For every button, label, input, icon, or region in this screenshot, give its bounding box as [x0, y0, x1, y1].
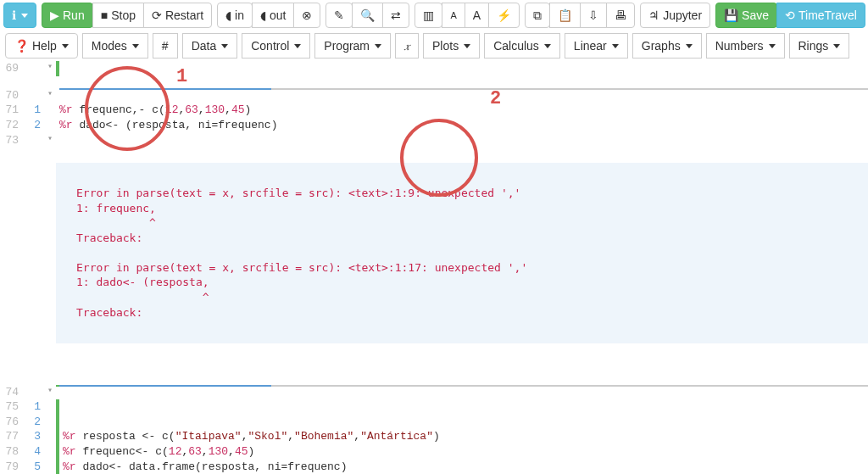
annotation-2: 2 — [490, 86, 501, 112]
swap-button[interactable]: ⇄ — [382, 3, 409, 28]
smallfont-button[interactable]: A — [442, 3, 465, 28]
jupyter-button[interactable]: ♃ Jupyter — [640, 3, 710, 28]
hash-button[interactable]: # — [153, 33, 178, 59]
error-line: Error in parse(text = x, srcfile = src):… — [76, 261, 527, 274]
graphs-menu[interactable]: Graphs — [632, 33, 702, 59]
out-label: out — [270, 8, 286, 23]
clear-button[interactable]: ⊗ — [293, 3, 320, 28]
copy-button[interactable]: ⧉ — [525, 3, 550, 28]
stop-label: Stop — [111, 8, 136, 23]
toggle-out-button[interactable]: ◖ out — [252, 3, 294, 28]
numbers-menu[interactable]: Numbers — [706, 33, 785, 59]
swap-icon: ⇄ — [391, 8, 401, 23]
info-dropdown[interactable]: ℹ — [3, 3, 36, 28]
gutter-line: 74 — [0, 385, 24, 400]
control-menu[interactable]: Control — [242, 33, 310, 59]
modes-label: Modes — [92, 38, 127, 53]
error-output: Error in parse(text = x, srcfile = src):… — [56, 163, 868, 343]
plots-menu[interactable]: Plots — [423, 33, 480, 59]
paste-button[interactable]: 📋 — [549, 3, 581, 28]
fold-toggle[interactable]: ▾ — [44, 88, 56, 100]
run-button[interactable]: ▶ Run — [42, 3, 93, 28]
editor-area[interactable]: 1 2 69 ▾ 70 ▾ 71 1 %r frequenc,- c(12,63… — [0, 61, 868, 474]
calculus-label: Calculus — [493, 38, 539, 53]
panel-icon: ▥ — [423, 8, 434, 23]
fold-toggle[interactable]: ▾ — [44, 61, 56, 73]
restart-button[interactable]: ⟳ Restart — [143, 3, 212, 28]
data-label: Data — [192, 38, 217, 53]
gutter-subline: 1 — [24, 103, 44, 118]
timetravel-label: TimeTravel — [798, 8, 857, 23]
stop-icon: ■ — [101, 8, 108, 23]
error-line: Traceback: — [76, 306, 142, 319]
gutter-line: 79 — [0, 460, 24, 475]
save-button[interactable]: 💾Save — [715, 3, 777, 28]
data-menu[interactable]: Data — [182, 33, 238, 59]
print-button[interactable]: 🖶 — [606, 3, 635, 28]
font-large-icon: A — [473, 8, 481, 23]
fold-toggle[interactable]: ▾ — [44, 133, 56, 145]
linear-label: Linear — [574, 38, 607, 53]
gutter-line: 76 — [0, 415, 24, 430]
annotation-circle-2 — [400, 119, 478, 197]
xvar-label: 𝑥 — [404, 38, 409, 53]
program-menu[interactable]: Program — [314, 33, 391, 59]
toggle-on-icon: ◖ — [260, 8, 266, 23]
wand-button[interactable]: ✎ — [326, 3, 353, 28]
font-small-icon: A — [450, 9, 456, 21]
modes-menu[interactable]: Modes — [82, 33, 148, 59]
wand-icon: ✎ — [334, 8, 344, 23]
code-line[interactable]: %r dado<- data.frame(resposta, ni=freque… — [56, 460, 868, 475]
gutter-line: 73 — [0, 133, 24, 148]
gutter-subline: 2 — [24, 118, 44, 133]
copy-icon: ⧉ — [533, 8, 542, 23]
main-toolbar: ℹ ▶ Run ■ Stop ⟳ Restart ◖ in ◖ out ⊗ ✎ … — [0, 0, 868, 31]
help-icon: ❓ — [14, 38, 29, 53]
save-label: Save — [742, 8, 769, 23]
restart-label: Restart — [165, 8, 203, 23]
code-line[interactable]: %r frequenc<- c(12,63,130,45) — [56, 444, 868, 460]
stop-button[interactable]: ■ Stop — [92, 3, 144, 28]
code-line[interactable]: %r resposta <- c("Itaipava","Skol","Bohe… — [56, 429, 868, 444]
in-label: in — [235, 8, 244, 23]
annotation-1: 1 — [176, 64, 187, 90]
program-label: Program — [324, 38, 370, 53]
help-menu[interactable]: ❓ Help — [5, 33, 78, 59]
xvar-button[interactable]: 𝑥 — [395, 33, 419, 59]
toggle-in-button[interactable]: ◖ in — [217, 3, 253, 28]
calculus-menu[interactable]: Calculus — [484, 33, 560, 59]
download-button[interactable]: ⇩ — [580, 3, 607, 28]
error-line: ^ — [76, 291, 209, 304]
rings-label: Rings — [798, 38, 829, 53]
paste-icon: 📋 — [558, 8, 572, 23]
gutter-line: 77 — [0, 429, 24, 444]
x-circle-icon: ⊗ — [302, 8, 312, 23]
control-label: Control — [251, 38, 289, 53]
numbers-label: Numbers — [715, 38, 764, 53]
print-icon: 🖶 — [615, 8, 626, 23]
download-icon: ⇩ — [588, 8, 598, 23]
panel-button[interactable]: ▥ — [415, 3, 442, 28]
gutter-line: 75 — [0, 399, 24, 415]
bolt-button[interactable]: ⚡ — [488, 3, 520, 28]
help-label: Help — [32, 38, 57, 53]
jupyter-label: Jupyter — [663, 8, 702, 23]
bigfont-button[interactable]: A — [465, 3, 489, 28]
error-line: Traceback: — [76, 231, 142, 244]
search-icon: 🔍 — [360, 8, 375, 23]
run-label: Run — [63, 8, 85, 23]
search-button[interactable]: 🔍 — [352, 3, 383, 28]
gutter-line: 69 — [0, 61, 24, 76]
play-icon: ▶ — [50, 8, 59, 23]
gutter-subline: 3 — [24, 429, 44, 444]
code-line[interactable]: %r frequenc,- c(12,63,130,45) — [56, 103, 868, 118]
graphs-label: Graphs — [642, 38, 681, 53]
linear-menu[interactable]: Linear — [565, 33, 628, 59]
rings-menu[interactable]: Rings — [789, 33, 850, 59]
info-icon: ℹ — [12, 8, 16, 23]
annotation-circle-1 — [85, 66, 170, 151]
fold-toggle[interactable]: ▾ — [44, 385, 56, 397]
timetravel-button[interactable]: ⟲ TimeTravel — [776, 3, 865, 28]
jupyter-icon: ♃ — [648, 8, 659, 23]
gutter-subline: 1 — [24, 399, 44, 415]
